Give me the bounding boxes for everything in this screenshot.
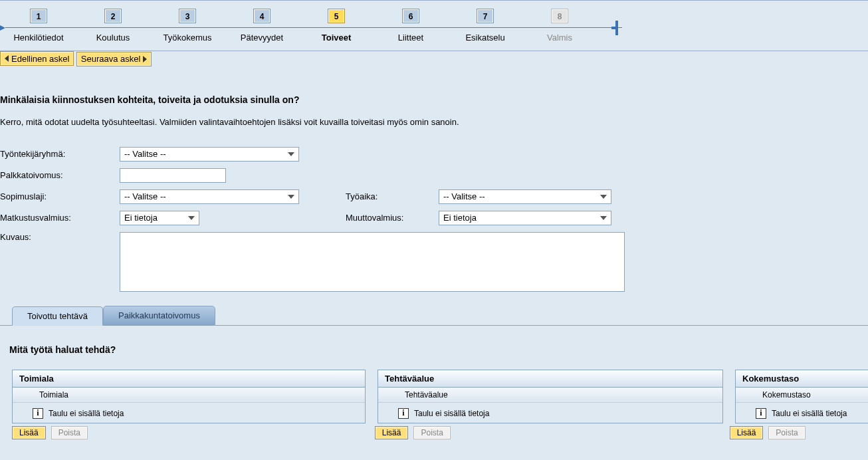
wizard-step-2[interactable]: 2 Koulutus [76,9,150,43]
tab-label: Toivottu tehtävä [27,311,88,321]
description-label: Kuvaus: [0,232,120,242]
select-value: -- Valitse -- [443,191,485,201]
relocation-readiness-select[interactable]: Ei tietoja [439,211,611,225]
button-label: Poista [421,428,443,437]
relocation-readiness-label: Muuttovalmius: [346,213,439,223]
employee-group-select[interactable]: -- Valitse -- [120,147,299,162]
chevron-down-icon [600,195,607,199]
wizard-roadmap: 1 Henkilötiedot 2 Koulutus 3 Työkokemus … [0,1,868,51]
tab-location-preference[interactable]: Paikkakuntatoivomus [103,306,215,325]
info-icon: i [756,408,766,419]
wizard-step-5[interactable]: 5 Toiveet [299,9,374,43]
button-label: Lisää [737,428,756,437]
button-label: Lisää [19,428,39,437]
salary-input[interactable] [120,168,226,183]
panel-title: Toimiala [13,370,365,388]
button-label: Edellinen askel [11,54,69,64]
step-number: 5 [328,9,345,23]
panel-experience-level: Kokemustaso Kokemustaso i Taulu ei sisäl… [735,370,868,423]
working-time-label: Työaika: [346,191,439,201]
step-label: Työkokemus [150,33,225,43]
step-label: Pätevyydet [225,33,299,43]
info-icon: i [398,408,409,419]
step-number: 8 [551,9,568,23]
button-label: Poista [776,428,798,437]
step-label: Toiveet [299,33,374,43]
step-number: 6 [402,9,419,23]
step-number: 4 [253,9,271,23]
tab-desired-task[interactable]: Toivottu tehtävä [12,306,103,326]
wizard-step-8: 8 Valmis [522,9,597,43]
select-value: -- Valitse -- [124,191,166,201]
panel-industry: Toimiala Toimiala i Taulu ei sisällä tie… [12,370,366,423]
panel-title: Tehtäväalue [378,370,722,388]
step-label: Koulutus [76,33,150,43]
wizard-step-6[interactable]: 6 Liitteet [374,9,448,43]
button-label: Lisää [382,428,401,437]
remove-industry-button: Poista [51,426,88,439]
wizard-step-3[interactable]: 3 Työkokemus [150,9,225,43]
column-header: Tehtäväalue [378,388,722,403]
empty-text: Taulu ei sisällä tietoja [49,409,124,418]
tab-label: Paikkakuntatoivomus [118,310,200,320]
travel-readiness-label: Matkustusvalmius: [0,213,120,223]
description-textarea[interactable] [120,232,625,292]
empty-text: Taulu ei sisällä tietoja [414,409,489,418]
contract-type-select[interactable]: -- Valitse -- [120,189,299,204]
button-label: Poista [58,428,80,437]
button-label: Seuraava askel [81,54,141,64]
page-heading: Minkälaisia kiinnostuksen kohteita, toiv… [0,94,868,105]
employee-group-label: Työntekijäryhmä: [0,149,120,159]
chevron-down-icon [600,216,607,220]
panel-title: Kokemustaso [736,370,868,388]
add-task-area-button[interactable]: Lisää [375,426,409,439]
chevron-right-icon [143,56,147,62]
column-header: Toimiala [13,388,365,403]
remove-experience-button: Poista [768,426,805,439]
chevron-left-icon [5,55,9,62]
step-number: 7 [477,9,494,23]
tabs: Toivottu tehtävä Paikkakuntatoivomus [0,306,868,326]
next-step-button[interactable]: Seuraava askel [76,52,152,66]
add-industry-button[interactable]: Lisää [12,426,46,439]
salary-label: Palkkatoivomus: [0,170,120,180]
roadmap-end-icon [611,21,621,37]
svg-rect-2 [611,27,618,29]
travel-readiness-select[interactable]: Ei tietoja [120,211,199,225]
info-icon: i [33,408,43,419]
chevron-down-icon [288,195,294,199]
wizard-step-1[interactable]: 1 Henkilötiedot [1,9,76,43]
step-number: 2 [104,9,122,23]
step-label: Valmis [522,33,597,43]
wizard-step-4[interactable]: 4 Pätevyydet [225,9,299,43]
column-header: Kokemustaso [736,388,868,403]
select-value: Ei tietoja [443,213,477,223]
panel-task-area: Tehtäväalue Tehtäväalue i Taulu ei sisäl… [378,370,723,423]
step-number: 3 [179,9,196,23]
page-intro: Kerro, mitä odotat uudelta työsuhteeltas… [0,117,868,127]
remove-task-area-button: Poista [413,426,450,439]
step-label: Liitteet [374,33,448,43]
step-number: 1 [30,9,47,23]
wizard-step-7[interactable]: 7 Esikatselu [448,9,522,43]
step-label: Esikatselu [448,33,522,43]
chevron-down-icon [288,152,294,156]
contract-type-label: Sopimuslaji: [0,191,120,201]
empty-text: Taulu ei sisällä tietoja [772,409,847,418]
previous-step-button[interactable]: Edellinen askel [0,51,74,66]
working-time-select[interactable]: -- Valitse -- [439,189,611,204]
step-label: Henkilötiedot [1,33,76,43]
sub-heading: Mitä työtä haluat tehdä? [9,344,868,355]
select-value: -- Valitse -- [124,149,166,159]
add-experience-button[interactable]: Lisää [730,426,764,439]
chevron-down-icon [188,216,195,220]
select-value: Ei tietoja [124,213,158,223]
